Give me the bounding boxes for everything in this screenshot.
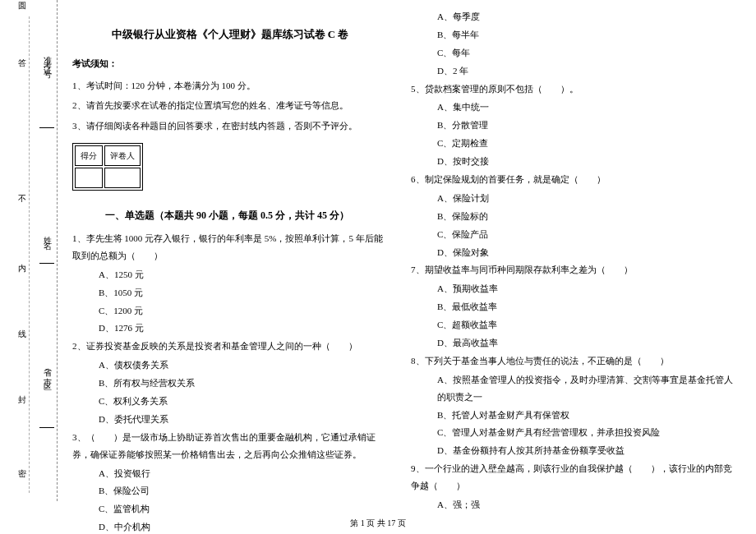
guide-char-answer: 答 <box>18 58 26 69</box>
binding-sidebar: 圆 答 准考证号 不 姓名 内 线 省（市区） 封 密 <box>0 0 58 501</box>
question-option: B、每半年 <box>411 26 733 44</box>
field-underline <box>39 263 54 264</box>
notice-line: 3、请仔细阅读各种题目的回答要求，在密封线内答题，否则不予评分。 <box>72 117 388 135</box>
question-option: C、保险产品 <box>411 226 733 243</box>
notice-line: 2、请首先按要求在试卷的指定位置填写您的姓名、准考证号等信息。 <box>72 97 388 114</box>
notice-line: 1、考试时间：120 分钟，本卷满分为 100 分。 <box>72 77 388 94</box>
question-option: D、保险对象 <box>411 244 733 261</box>
score-cell-blank <box>104 168 141 188</box>
question-option: B、保险公司 <box>72 482 388 499</box>
left-column: 中级银行从业资格《个人理财》题库练习试卷 C 卷 考试须知： 1、考试时间：12… <box>66 8 394 501</box>
question-option: A、每季度 <box>411 8 733 25</box>
score-cell-label: 评卷人 <box>104 145 141 166</box>
field-underline <box>39 427 54 428</box>
question-option: D、2 年 <box>411 62 733 80</box>
question-option: B、托管人对基金财产具有保管权 <box>411 407 733 424</box>
question-option: A、集中统一 <box>411 99 733 116</box>
question-option: C、1200 元 <box>72 302 388 320</box>
question-stem: 5、贷款档案管理的原则不包括（ ）。 <box>411 81 733 98</box>
question-option: B、1050 元 <box>72 284 388 302</box>
question-option: C、超额收益率 <box>411 316 733 334</box>
question-option: A、投资银行 <box>72 465 388 482</box>
question-option: A、保险计划 <box>411 190 733 207</box>
question-option: C、定期检查 <box>411 135 733 152</box>
field-underline <box>39 127 54 128</box>
right-column: A、每季度 B、每半年 C、每年 D、2 年 5、贷款档案管理的原则不包括（ ）… <box>394 8 740 501</box>
section-title: 一、单选题（本题共 90 小题，每题 0.5 分，共计 45 分） <box>105 206 349 225</box>
question-option: B、所有权与经营权关系 <box>72 375 388 392</box>
question-option: C、监管机构 <box>72 500 388 518</box>
page-footer: 第 1 页 共 17 页 <box>0 518 756 529</box>
question-option: D、基金份额持有人按其所持基金份额享受收益 <box>411 442 733 459</box>
guide-char-inside: 内 <box>18 263 26 274</box>
question-option: D、委托代理关系 <box>72 411 388 428</box>
question-stem: 1、李先生将 1000 元存入银行，银行的年利率是 5%，按照单利计算，5 年后… <box>72 230 388 265</box>
question-option: B、最低收益率 <box>411 298 733 315</box>
question-option: A、1250 元 <box>72 266 388 283</box>
question-option: B、分散管理 <box>411 117 733 134</box>
question-option: D、按时交接 <box>411 153 733 170</box>
guide-char-secret: 密 <box>18 468 26 480</box>
question-option: C、管理人对基金财产具有经营管理权，并承担投资风险 <box>411 424 733 441</box>
score-cell-label: 得分 <box>75 145 103 166</box>
name-label: 姓名 <box>41 230 53 240</box>
question-stem: 8、下列关于基金当事人地位与责任的说法，不正确的是（ ） <box>411 352 733 370</box>
question-option: C、权利义务关系 <box>72 393 388 410</box>
guide-char-nofold: 不 <box>18 193 26 205</box>
question-stem: 6、制定保险规划的首要任务，就是确定（ ） <box>411 171 733 188</box>
score-cell-blank <box>75 168 103 188</box>
question-option: A、预期收益率 <box>411 280 733 297</box>
question-stem: 9、一个行业的进入壁垒越高，则该行业的自我保护越（ ），该行业的内部竞争越（ ） <box>411 460 733 495</box>
page-content: 中级银行从业资格《个人理财》题库练习试卷 C 卷 考试须知： 1、考试时间：12… <box>66 8 748 501</box>
question-stem: 3、（ ）是一级市场上协助证券首次售出的重要金融机构，它通过承销证券，确保证券能… <box>72 429 388 463</box>
exam-title: 中级银行从业资格《个人理财》题库练习试卷 C 卷 <box>72 25 388 45</box>
guide-char-line: 线 <box>18 329 26 340</box>
admit-number-label: 准考证号 <box>41 49 53 69</box>
question-option: D、1276 元 <box>72 320 388 337</box>
dashed-guide-line <box>29 16 30 493</box>
province-label: 省（市区） <box>41 361 53 386</box>
question-option: C、每年 <box>411 44 733 62</box>
question-option: B、保险标的 <box>411 208 733 225</box>
guide-char-seal: 封 <box>18 394 26 406</box>
question-option: A、按照基金管理人的投资指令，及时办理清算、交割等事宜是基金托管人的职责之一 <box>411 371 733 406</box>
guide-char-top: 圆 <box>18 0 26 12</box>
score-table: 得分 评卷人 <box>72 143 143 191</box>
question-stem: 2、证券投资基金反映的关系是投资者和基金管理人之间的一种（ ） <box>72 338 388 355</box>
question-option: A、债权债务关系 <box>72 357 388 374</box>
question-option: D、最高收益率 <box>411 334 733 352</box>
notice-heading: 考试须知： <box>72 55 388 72</box>
question-stem: 7、期望收益率与同币种同期限存款利率之差为（ ） <box>411 261 733 279</box>
question-option: A、强；强 <box>411 496 733 513</box>
